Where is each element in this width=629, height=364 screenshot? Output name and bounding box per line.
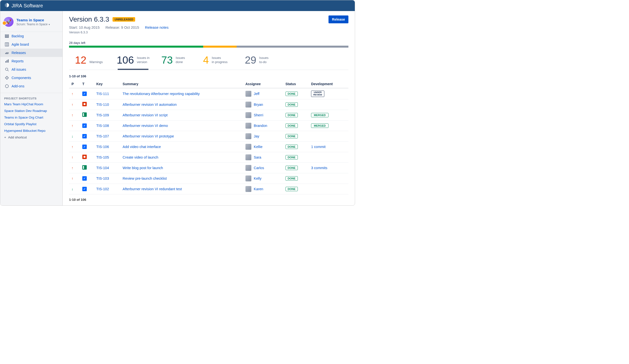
- assignee-link[interactable]: Karen: [254, 187, 263, 191]
- tab-warnings[interactable]: 12 Warnings: [69, 53, 111, 70]
- dev-commits-link[interactable]: 3 commits: [311, 166, 327, 170]
- issue-summary-link[interactable]: Afterburner revision VI automation: [123, 103, 177, 106]
- status-badge[interactable]: DONE: [286, 102, 298, 107]
- dev-commits-link[interactable]: 1 commit: [311, 145, 325, 149]
- releases-icon: [4, 51, 9, 55]
- avatar: [245, 112, 251, 118]
- pager-bottom: 1-10 of 106: [69, 198, 348, 201]
- table-row[interactable]: ↑ TIS-110 Afterburner revision VI automa…: [69, 99, 348, 110]
- table-row[interactable]: ↑ TIS-109 Afterburner revision VI script…: [69, 110, 348, 120]
- table-row[interactable]: ↓ TIS-102 Afterburner revision VI redund…: [69, 183, 348, 194]
- issue-key-link[interactable]: TIS-111: [96, 92, 109, 96]
- avatar: [245, 165, 251, 171]
- issue-key-link[interactable]: TIS-102: [96, 187, 109, 191]
- release-button[interactable]: Release: [328, 15, 348, 23]
- priority-high-icon: ↑: [71, 166, 73, 170]
- status-badge[interactable]: DONE: [286, 155, 298, 160]
- col-status[interactable]: Status: [283, 80, 309, 88]
- sidebar-item-backlog[interactable]: Backlog: [0, 32, 62, 40]
- col-assignee[interactable]: Assignee: [243, 80, 283, 88]
- table-row[interactable]: ↑ TIS-105 Create video of launch Sara DO…: [69, 152, 348, 163]
- shortcut-link[interactable]: Space Station Dev Roadmap: [4, 109, 58, 113]
- sidebar-item-components[interactable]: Components: [0, 74, 62, 82]
- sidebar-item-all-issues[interactable]: All issues: [0, 65, 62, 74]
- priority-high-icon: ↑: [71, 113, 73, 117]
- table-header-row: P T Key Summary Assignee Status Developm…: [69, 80, 348, 88]
- sidebar-item-add-ons[interactable]: Add-ons: [0, 82, 62, 90]
- assignee-link[interactable]: Kelly: [254, 177, 261, 181]
- status-badge[interactable]: DONE: [286, 187, 298, 191]
- issue-key-link[interactable]: TIS-109: [96, 113, 109, 117]
- svg-rect-3: [5, 43, 8, 46]
- issue-key-link[interactable]: TIS-107: [96, 134, 109, 138]
- avatar: [245, 123, 251, 129]
- status-badge[interactable]: DONE: [286, 134, 298, 138]
- issue-key-link[interactable]: TIS-108: [96, 124, 109, 128]
- shortcut-link[interactable]: Hyperspeed Bitbucket Repo: [4, 129, 58, 133]
- release-notes-link[interactable]: Release notes: [145, 25, 168, 29]
- status-badge[interactable]: DONE: [286, 145, 298, 149]
- sidebar-item-reports[interactable]: Reports: [0, 57, 62, 65]
- sidebar-item-agile-board[interactable]: Agile board: [0, 40, 62, 49]
- story-type-icon: [82, 165, 87, 170]
- issue-summary-link[interactable]: Afterburner revision VI prototype: [123, 134, 174, 138]
- issue-summary-link[interactable]: Add video chat interface: [123, 145, 161, 149]
- assignee-link[interactable]: Jay: [254, 134, 260, 138]
- col-summary[interactable]: Summary: [120, 80, 243, 88]
- issue-key-link[interactable]: TIS-105: [96, 155, 109, 159]
- assignee-link[interactable]: Brandon: [254, 124, 267, 128]
- status-badge[interactable]: DONE: [286, 176, 298, 181]
- avatar: [245, 91, 251, 97]
- table-row[interactable]: ↑ TIS-106 Add video chat interface Kelli…: [69, 141, 348, 152]
- assignee-link[interactable]: Sherri: [254, 113, 263, 117]
- tab-issues-done[interactable]: 73 Issuesdone: [155, 53, 197, 70]
- assignee-link[interactable]: Jeff: [254, 92, 260, 96]
- issue-key-link[interactable]: TIS-103: [96, 177, 109, 181]
- status-badge[interactable]: DONE: [286, 123, 298, 128]
- table-row[interactable]: ↑ TIS-103 Review pre-launch checklist Ke…: [69, 173, 348, 183]
- issue-summary-link[interactable]: Create video of launch: [123, 155, 158, 159]
- progress-done: [69, 46, 203, 48]
- shortcut-link[interactable]: Mars Team HipChat Room: [4, 102, 58, 106]
- table-row[interactable]: ↑ TIS-108 Afterburner revision VI demo B…: [69, 120, 348, 131]
- tab-issues-in-progress[interactable]: 4 Issuesin progress: [197, 53, 239, 70]
- assignee-link[interactable]: Kellie: [254, 145, 262, 149]
- sidebar-item-releases[interactable]: Releases: [0, 49, 62, 57]
- status-badge[interactable]: DONE: [286, 91, 298, 96]
- assignee-link[interactable]: Bryan: [254, 103, 263, 106]
- issue-summary-link[interactable]: The revolutionary Afterburner reporting …: [123, 92, 200, 96]
- issue-key-link[interactable]: TIS-110: [96, 103, 109, 106]
- col-key[interactable]: Key: [94, 80, 120, 88]
- assignee-link[interactable]: Sara: [254, 155, 261, 159]
- issue-summary-link[interactable]: Review pre-launch checklist: [123, 177, 167, 181]
- table-row[interactable]: ↑ TIS-111 The revolutionary Afterburner …: [69, 88, 348, 99]
- main-content: Version 6.3.3 UNRELEASED Release Start: …: [63, 11, 355, 205]
- status-badge[interactable]: DONE: [286, 113, 298, 117]
- table-row[interactable]: ↓ TIS-107 Afterburner revision VI protot…: [69, 131, 348, 141]
- shortcut-link[interactable]: Orbital Spotify Playlist: [4, 122, 58, 126]
- assignee-link[interactable]: Carlos: [254, 166, 264, 170]
- col-priority[interactable]: P: [69, 80, 80, 88]
- issue-summary-link[interactable]: Afterburner revision VI redundant test: [123, 187, 182, 191]
- project-switcher[interactable]: Teams in Space Scrum: Teams in Space ▾: [0, 15, 62, 30]
- col-type[interactable]: T: [80, 80, 94, 88]
- sidebar-item-label: Components: [11, 76, 31, 80]
- priority-low-icon: ↓: [71, 134, 73, 138]
- tab-issues-in-version[interactable]: 106 Issues inversion: [111, 53, 155, 70]
- issue-summary-link[interactable]: Write blog post for launch: [123, 166, 163, 170]
- shortcut-link[interactable]: Teams in Space Org Chart: [4, 116, 58, 119]
- issue-summary-link[interactable]: Afterburner revision VI demo: [123, 124, 168, 128]
- issue-key-link[interactable]: TIS-104: [96, 166, 109, 170]
- plus-icon: +: [4, 135, 6, 139]
- table-row[interactable]: ↑ TIS-104 Write blog post for launch Car…: [69, 163, 348, 173]
- dev-merged-badge[interactable]: MERGED: [311, 113, 328, 117]
- col-development[interactable]: Development: [309, 80, 348, 88]
- app-logo[interactable]: JIRA Software: [4, 2, 43, 9]
- issue-key-link[interactable]: TIS-106: [96, 145, 109, 149]
- status-badge[interactable]: DONE: [286, 166, 298, 170]
- tab-issues-todo[interactable]: 29 Issuesto-do: [239, 53, 281, 70]
- issue-summary-link[interactable]: Afterburner revision VI script: [123, 113, 167, 117]
- dev-under-review-badge[interactable]: UNDERREVIEW: [311, 91, 324, 97]
- dev-merged-badge[interactable]: MERGED: [311, 123, 328, 128]
- add-shortcut-button[interactable]: +Add shortcut: [4, 135, 58, 139]
